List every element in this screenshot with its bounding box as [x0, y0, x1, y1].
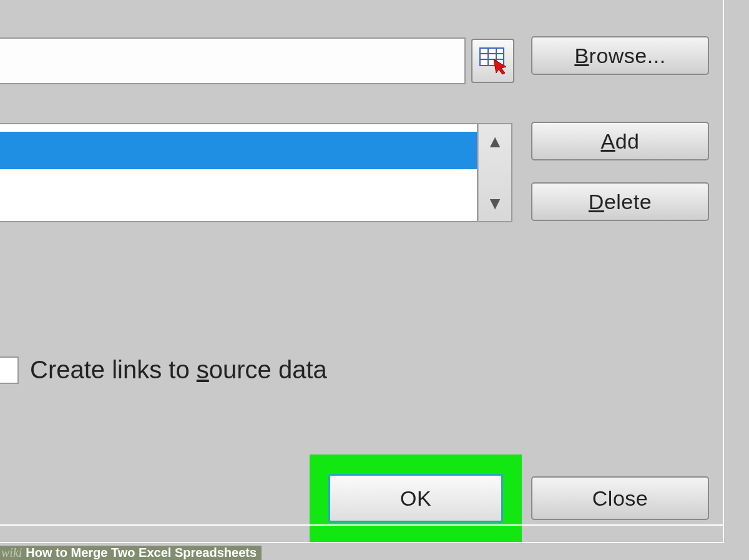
delete-button[interactable]: Delete	[531, 182, 709, 221]
consolidate-dialog: Browse... ▲ ▼ Add Delete Create links to…	[0, 0, 724, 543]
table-pointer-icon	[477, 44, 509, 78]
ok-highlight: OK	[310, 454, 522, 542]
close-button-label: Close	[592, 486, 648, 511]
watermark-logo: wiki	[0, 546, 24, 560]
selected-reference-row[interactable]	[0, 132, 477, 169]
scroll-up-icon[interactable]: ▲	[479, 124, 511, 159]
scroll-down-icon[interactable]: ▼	[479, 186, 511, 221]
close-button[interactable]: Close	[531, 476, 709, 520]
watermark-text: How to Merge Two Excel Spreadsheets	[24, 546, 262, 560]
background-strip	[724, 0, 749, 560]
ok-button-label: OK	[400, 486, 431, 511]
references-listbox[interactable]	[0, 123, 478, 222]
create-links-label: Create links to source data	[30, 356, 327, 384]
reference-input[interactable]	[0, 37, 466, 84]
add-button-label: Add	[600, 129, 639, 154]
delete-button-label: Delete	[589, 190, 652, 214]
browse-button[interactable]: Browse...	[531, 36, 709, 75]
browse-button-label: Browse...	[574, 44, 665, 68]
watermark-bar: wiki How to Merge Two Excel Spreadsheets	[0, 545, 749, 560]
range-selector-button[interactable]	[471, 39, 514, 83]
dialog-bottom-edge	[0, 524, 724, 526]
add-button[interactable]: Add	[531, 122, 709, 160]
listbox-scrollbar[interactable]: ▲ ▼	[478, 123, 512, 222]
create-links-checkbox[interactable]	[0, 356, 19, 384]
ok-button[interactable]: OK	[328, 474, 503, 523]
create-links-row: Create links to source data	[0, 356, 327, 384]
